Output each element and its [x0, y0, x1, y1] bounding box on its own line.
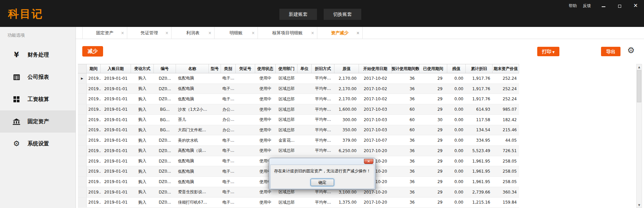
- col-original-value[interactable]: 原值: [334, 64, 359, 73]
- cell-start-use-date: 2017-10-07: [359, 135, 392, 145]
- tab-detail-ledger[interactable]: 明细账×: [215, 27, 258, 39]
- row-indicator: [78, 177, 87, 187]
- tab-profit-statement[interactable]: 利润表×: [172, 27, 215, 39]
- table-row[interactable]: 2019...2019-01-01购入BG...大四门文件柜...办公...使用…: [78, 125, 519, 136]
- table-row[interactable]: 2019...2019-01-01购入DZ0...高配电脑（设...电子...使…: [78, 146, 519, 156]
- cell-code: DZ0...: [154, 135, 176, 145]
- col-residual-value[interactable]: 残值: [447, 64, 466, 73]
- cell-model: [209, 73, 221, 83]
- cell-expected-periods: 36: [392, 166, 419, 176]
- col-period[interactable]: 期间: [87, 64, 101, 73]
- toolbar: 减少 打印▼ 导出 ⚙: [76, 39, 644, 64]
- export-button[interactable]: 导出: [601, 47, 620, 56]
- current-row-indicator: ▶: [78, 73, 87, 83]
- cell-start-use-date: 2017-10-20: [359, 198, 392, 208]
- cell-voucher-no: [236, 104, 255, 114]
- close-button[interactable]: ✕: [632, 2, 639, 9]
- tab-fixed-assets[interactable]: 固定资产×: [82, 27, 127, 39]
- restore-button[interactable]: [616, 2, 623, 9]
- cell-name: 大四门文件柜...: [176, 125, 209, 135]
- cell-category: 电子...: [221, 156, 236, 166]
- cell-name: 佳能打印机67...: [176, 198, 209, 208]
- col-used-periods[interactable]: 已使用期间: [419, 64, 447, 73]
- col-depreciation-method[interactable]: 折旧方式: [312, 64, 334, 73]
- tab-close-icon[interactable]: ×: [121, 31, 124, 35]
- cell-entry-date: 2019-01-01: [101, 146, 131, 156]
- cell-entry-date: 2019-01-01: [101, 187, 131, 197]
- table-row[interactable]: 2019...2019-01-01购入DZ0...佳能打印机67...电子...…: [78, 198, 519, 208]
- cell-residual-value: 0.00: [447, 94, 466, 104]
- col-code[interactable]: 编号: [154, 64, 176, 73]
- row-indicator: [78, 94, 87, 104]
- new-account-set-button[interactable]: 新建账套: [279, 9, 317, 20]
- sidebar-item-financial-processing[interactable]: ¥ 财务处理: [0, 44, 76, 66]
- settings-gear-icon[interactable]: ⚙: [627, 45, 635, 55]
- app-logo: 科目记: [8, 7, 43, 22]
- table-row[interactable]: 2019...2019-01-01购入DZ0...低配电脑电子...使用中区域总…: [78, 94, 519, 104]
- col-name[interactable]: 名称: [176, 64, 209, 73]
- sidebar-item-payroll[interactable]: 工资核算: [0, 88, 76, 110]
- sidebar-item-fixed-assets[interactable]: 固定资产: [0, 110, 76, 133]
- cell-period: 2019...: [87, 177, 101, 187]
- cell-use-status: 使用中: [255, 104, 276, 114]
- switch-account-set-button[interactable]: 切换账套: [324, 9, 361, 20]
- table-row[interactable]: ▶2019...2019-01-01购入DZ0...低配电脑电子...使用中区域…: [78, 73, 519, 84]
- sidebar-item-system-settings[interactable]: ⚙ 系统设置: [0, 133, 76, 155]
- cell-change-type: 购入: [131, 156, 154, 166]
- cell-depreciation-method: 平均年...: [312, 146, 334, 156]
- dialog-close-button[interactable]: ✕: [364, 159, 373, 164]
- cell-name: 低配电脑: [176, 166, 209, 176]
- cell-code: DZ0...: [154, 146, 176, 156]
- cell-period: 2019...: [87, 187, 101, 197]
- feedback-link[interactable]: 反馈: [583, 3, 591, 9]
- tab-asset-reduction[interactable]: 资产减少×: [317, 27, 363, 39]
- tab-voucher-management[interactable]: 凭证管理×: [127, 27, 172, 39]
- scroll-down-icon[interactable]: ▼: [637, 202, 642, 208]
- payroll-icon: [11, 96, 21, 102]
- help-link[interactable]: 帮助: [569, 3, 577, 9]
- tab-close-icon[interactable]: ×: [165, 31, 169, 35]
- col-change-type[interactable]: 变动方式: [131, 64, 154, 73]
- table-row[interactable]: 2019...2019-01-01购入BG...沙发（1大2小...办公...使…: [78, 104, 519, 115]
- cell-entry-date: 2019-01-01: [101, 115, 131, 125]
- tab-close-icon[interactable]: ×: [208, 31, 212, 35]
- cell-change-type: 购入: [131, 73, 154, 83]
- minimize-button[interactable]: [600, 2, 607, 9]
- row-indicator: [78, 135, 87, 145]
- table-row[interactable]: 2019...2019-01-01购入BG...茶几办公...使用中区域总部平均…: [78, 115, 519, 125]
- col-model[interactable]: 型号: [209, 64, 221, 73]
- cell-voucher-no: [236, 156, 255, 166]
- cell-accumulated-depreciation: 1,961.95: [466, 177, 493, 187]
- sidebar-item-company-reports[interactable]: 公司报表: [0, 66, 76, 88]
- tab-close-icon[interactable]: ×: [251, 31, 255, 35]
- cell-depreciation-method: 平均年...: [312, 125, 334, 135]
- cell-category: 电子...: [221, 146, 236, 156]
- vertical-scrollbar[interactable]: ▲ ▼: [636, 64, 642, 208]
- col-expected-periods[interactable]: 预计使用期间数: [392, 64, 419, 73]
- cell-category: 电子...: [221, 177, 236, 187]
- col-accumulated-depreciation[interactable]: 累计折旧: [466, 64, 493, 73]
- tab-close-icon[interactable]: ×: [356, 31, 360, 35]
- scrollbar-thumb[interactable]: [637, 70, 641, 102]
- col-use-status[interactable]: 使用状态: [255, 64, 276, 73]
- tab-close-icon[interactable]: ×: [311, 31, 314, 35]
- reduce-button[interactable]: 减少: [82, 46, 103, 57]
- cell-unit: [297, 115, 312, 125]
- cell-period: 2019...: [87, 94, 101, 104]
- row-indicator: [78, 166, 87, 176]
- col-voucher-no[interactable]: 凭证号: [236, 64, 255, 73]
- table-row[interactable]: 2019...2019-01-01购入DZ0...低配电脑电子...使用中区域总…: [78, 84, 519, 94]
- col-category[interactable]: 类别: [221, 64, 236, 73]
- col-start-use-date[interactable]: 开始使用日期: [359, 64, 392, 73]
- col-use-dept[interactable]: 使用部门: [276, 64, 297, 73]
- table-row[interactable]: 2019...2019-01-01购入DZ0...美的饮水机电子...使用中金富…: [78, 135, 519, 146]
- col-unit[interactable]: 单位: [297, 64, 312, 73]
- dialog-ok-button[interactable]: 确定: [311, 179, 334, 186]
- scroll-up-icon[interactable]: ▲: [637, 64, 642, 70]
- tab-accounting-item-detail-ledger[interactable]: 核算项目明细账×: [258, 27, 317, 39]
- cell-accumulated-depreciation: 117.58: [466, 115, 493, 125]
- col-ending-asset-value[interactable]: 期末资产价值: [493, 64, 519, 73]
- col-entry-date[interactable]: 入账日期: [101, 64, 131, 73]
- cell-depreciation-method: 平均年...: [312, 135, 334, 145]
- print-button[interactable]: 打印▼: [537, 47, 559, 56]
